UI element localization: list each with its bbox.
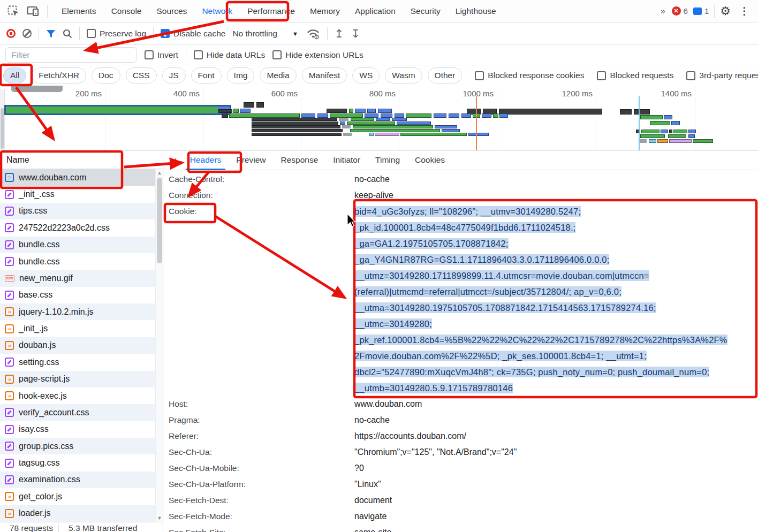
chip-js[interactable]: JS [162, 67, 186, 83]
tab-network[interactable]: Network [194, 0, 240, 22]
overview-scroll-thumb[interactable] [1, 108, 4, 149]
search-icon[interactable] [63, 29, 72, 39]
request-row[interactable]: tagsug.css [0, 454, 155, 471]
request-row[interactable]: group.pics.css [0, 438, 155, 454]
tab-console[interactable]: Console [104, 0, 149, 22]
request-row[interactable]: get_color.js [0, 488, 155, 505]
error-badge[interactable]: ✕ 6 [672, 6, 688, 16]
chip-media[interactable]: Media [260, 67, 296, 83]
filter-input[interactable] [5, 47, 137, 63]
settings-gear-icon[interactable]: ⚙ [720, 4, 731, 18]
details-tab-timing[interactable]: Timing [368, 151, 407, 170]
chip-all[interactable]: All [3, 67, 26, 83]
message-icon [693, 7, 702, 15]
chip-css[interactable]: CSS [126, 67, 157, 83]
network-overview[interactable]: 200 ms400 ms600 ms800 ms1000 ms1200 ms14… [0, 86, 758, 151]
chip-checkbox-3rd-party-requests[interactable]: 3rd-party requests [686, 71, 758, 80]
details-tab-headers[interactable]: Headers [183, 151, 229, 170]
request-name: page-script.js [19, 374, 70, 384]
overview-gridline [105, 86, 105, 150]
request-row[interactable]: examination.css [0, 472, 155, 488]
header-value: ?0 [354, 460, 758, 476]
throttling-select[interactable]: No throttling ▼ [232, 29, 299, 39]
tab-memory[interactable]: Memory [302, 0, 347, 22]
chip-checkbox-blocked-requests[interactable]: Blocked requests [597, 71, 673, 80]
record-button[interactable] [6, 29, 16, 38]
chip-img[interactable]: Img [227, 67, 255, 83]
checkbox-unchecked-icon [475, 71, 484, 80]
scroll-thumb[interactable] [157, 178, 162, 263]
waterfall-bar [381, 113, 392, 118]
waterfall-bar [301, 113, 315, 118]
request-row[interactable]: bundle.css [0, 253, 155, 270]
filter-icon[interactable] [46, 29, 56, 38]
header-name: Cookie: [163, 203, 354, 396]
filter-checkbox-hide-data-urls[interactable]: Hide data URLs [194, 50, 265, 60]
request-name: douban.js [19, 340, 56, 350]
more-tabs-chevron[interactable]: » [658, 6, 666, 16]
waterfall-bar [671, 121, 680, 125]
request-row[interactable]: douban.js [0, 337, 155, 354]
throttling-value: No throttling [232, 29, 277, 39]
preserve-log-checkbox[interactable]: Preserve log [87, 29, 146, 39]
import-har-icon[interactable]: ↥ [335, 28, 344, 39]
details-tab-preview[interactable]: Preview [229, 151, 273, 170]
chip-checkbox-blocked-response-cookies[interactable]: Blocked response cookies [475, 71, 584, 80]
waterfall-bar [222, 113, 228, 118]
chip-manifest[interactable]: Manifest [302, 67, 347, 83]
request-name: _init_.css [19, 189, 55, 199]
details-tab-initiator[interactable]: Initiator [325, 151, 368, 170]
request-row[interactable]: hook-exec.js [0, 387, 155, 404]
name-column-header[interactable]: Name [0, 151, 163, 169]
tab-sources[interactable]: Sources [149, 0, 195, 22]
request-row[interactable]: 247522d2223a0c2d.css [0, 219, 155, 236]
request-row[interactable]: loader.js [0, 505, 155, 522]
request-row[interactable]: _init_.js [0, 320, 155, 337]
request-row[interactable]: isay.css [0, 421, 155, 438]
chip-wasm[interactable]: Wasm [385, 67, 422, 83]
scroll-up-icon[interactable]: ▲ [156, 169, 163, 177]
tab-lighthouse[interactable]: Lighthouse [448, 0, 504, 22]
request-row[interactable]: page-script.js [0, 371, 155, 387]
request-row[interactable]: base.css [0, 287, 155, 303]
chip-doc[interactable]: Doc [92, 67, 120, 83]
request-row[interactable]: bundle.css [0, 237, 155, 253]
request-row[interactable]: www.douban.com [0, 169, 155, 186]
tab-elements[interactable]: Elements [54, 0, 104, 22]
disable-cache-checkbox[interactable]: Disable cache [161, 29, 225, 39]
tab-application[interactable]: Application [347, 0, 403, 22]
close-icon[interactable]: ✕ [163, 156, 183, 165]
request-row[interactable]: verify_account.css [0, 404, 155, 421]
request-row[interactable]: new_menu.gif [0, 270, 155, 286]
kebab-menu-icon[interactable]: ⋮ [736, 5, 753, 17]
chip-fetch-xhr[interactable]: Fetch/XHR [32, 67, 86, 83]
disable-cache-label: Disable cache [173, 29, 225, 39]
request-list-scrollbar[interactable]: ▲ ▼ [155, 169, 163, 522]
overview-scrollbar[interactable] [0, 89, 5, 150]
request-row[interactable]: _init_.css [0, 186, 155, 202]
export-har-icon[interactable]: ↧ [351, 28, 360, 39]
request-row[interactable]: tips.css [0, 203, 155, 219]
issues-badge[interactable]: 1 [693, 6, 709, 16]
network-conditions-icon[interactable] [306, 28, 320, 40]
details-tab-cookies[interactable]: Cookies [407, 151, 452, 170]
filter-checkbox-invert[interactable]: Invert [145, 50, 178, 60]
inspect-element-icon[interactable] [7, 5, 19, 17]
chip-other[interactable]: Other [428, 67, 463, 83]
filter-checkbox-hide-extension-urls[interactable]: Hide extension URLs [272, 50, 363, 60]
header-value: https://accounts.douban.com/ [354, 428, 758, 444]
clear-button[interactable] [22, 29, 32, 38]
request-name: hook-exec.js [19, 391, 67, 401]
chip-ws[interactable]: WS [352, 67, 380, 83]
scroll-down-icon[interactable]: ▼ [156, 514, 163, 522]
header-row: Pragma:no-cache [163, 412, 758, 428]
chip-font[interactable]: Font [191, 67, 222, 83]
cookie-line: __utma=30149280.1975105705.1708871842.17… [354, 300, 756, 316]
device-toolbar-icon[interactable] [27, 6, 40, 17]
tab-security[interactable]: Security [403, 0, 448, 22]
tab-performance[interactable]: Performance [240, 0, 302, 22]
request-row[interactable]: setting.css [0, 354, 155, 370]
details-tab-response[interactable]: Response [273, 151, 325, 170]
request-row[interactable]: jquery-1.10.2.min.js [0, 303, 155, 320]
cookie-header-value[interactable]: bid=4_uGc3ofyzs; ll="108296"; __utmv=301… [354, 203, 758, 396]
